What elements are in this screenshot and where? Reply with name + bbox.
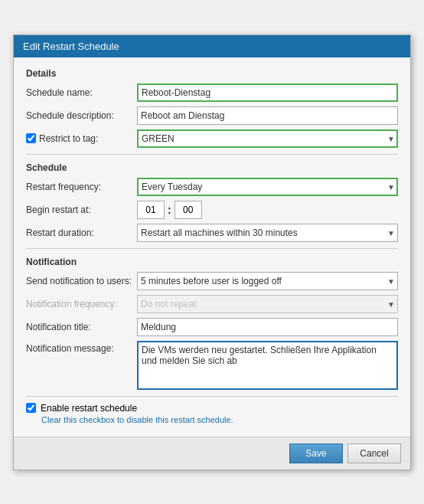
schedule-name-label: Schedule name: — [26, 87, 137, 98]
enable-restart-label[interactable]: Enable restart schedule — [41, 403, 137, 414]
schedule-description-input[interactable] — [137, 106, 398, 125]
notification-message-label: Notification message: — [26, 341, 137, 354]
save-button[interactable]: Save — [289, 443, 343, 463]
begin-restart-minute-input[interactable] — [174, 201, 202, 219]
begin-restart-at-group: Begin restart at: : — [26, 201, 398, 219]
restart-duration-select[interactable]: Restart all machines within 30 minutes R… — [137, 224, 398, 242]
send-notification-label: Send notification to users: — [26, 276, 137, 286]
notification-frequency-select[interactable]: Do not repeat Repeat every 5 minutes Rep… — [137, 295, 398, 313]
notification-frequency-select-wrapper: Do not repeat Repeat every 5 minutes Rep… — [137, 295, 398, 313]
time-separator: : — [168, 204, 171, 216]
dialog-title: Edit Restart Schedule — [23, 41, 119, 52]
restart-frequency-select-wrapper: Every Tuesday Every Monday Every Wednesd… — [137, 178, 398, 196]
restart-frequency-label: Restart frequency: — [26, 182, 137, 192]
restrict-to-tag-checkbox[interactable] — [26, 133, 36, 143]
dialog-button-row: Save Cancel — [14, 437, 410, 470]
begin-restart-hour-input[interactable] — [137, 201, 165, 219]
details-section-label: Details — [26, 68, 398, 79]
schedule-section-label: Schedule — [26, 162, 398, 173]
divider-1 — [26, 154, 398, 155]
restart-duration-group: Restart duration: Restart all machines w… — [26, 224, 398, 242]
notification-title-label: Notification title: — [26, 322, 137, 332]
restrict-to-tag-select[interactable]: GREEN RED BLUE YELLOW — [137, 129, 398, 148]
schedule-description-label: Schedule description: — [26, 110, 137, 121]
notification-frequency-label: Notification frequency: — [26, 299, 137, 309]
notification-message-group: Notification message: Die VMs werden neu… — [26, 341, 398, 390]
restrict-label-part: Restrict to tag: — [26, 133, 137, 144]
cancel-button[interactable]: Cancel — [347, 443, 401, 463]
restrict-to-tag-row: Restrict to tag: GREEN RED BLUE YELLOW ▼ — [26, 129, 398, 148]
divider-3 — [26, 396, 398, 397]
send-notification-select-wrapper: 5 minutes before user is logged off 10 m… — [137, 272, 398, 290]
restart-duration-select-wrapper: Restart all machines within 30 minutes R… — [137, 224, 398, 242]
divider-2 — [26, 248, 398, 249]
restrict-to-tag-label[interactable]: Restrict to tag: — [39, 133, 98, 144]
schedule-description-group: Schedule description: — [26, 106, 398, 125]
notification-title-input[interactable] — [137, 318, 398, 336]
dialog-body: Details Schedule name: Schedule descript… — [14, 57, 410, 437]
notification-frequency-group: Notification frequency: Do not repeat Re… — [26, 295, 398, 313]
begin-restart-at-label: Begin restart at: — [26, 205, 137, 215]
notification-section-label: Notification — [26, 257, 398, 267]
enable-checkbox-row: Enable restart schedule — [26, 403, 398, 414]
restart-frequency-group: Restart frequency: Every Tuesday Every M… — [26, 178, 398, 196]
notification-message-textarea[interactable]: Die VMs werden neu gestartet. Schließen … — [137, 341, 398, 390]
schedule-name-input[interactable] — [137, 83, 398, 102]
enable-restart-checkbox[interactable] — [26, 403, 36, 413]
enable-restart-row: Enable restart schedule Clear this check… — [26, 403, 398, 424]
restrict-to-tag-select-wrapper: GREEN RED BLUE YELLOW ▼ — [137, 129, 398, 148]
dialog-title-bar: Edit Restart Schedule — [14, 35, 410, 57]
schedule-name-group: Schedule name: — [26, 83, 398, 102]
send-notification-select[interactable]: 5 minutes before user is logged off 10 m… — [137, 272, 398, 290]
edit-restart-schedule-dialog: Edit Restart Schedule Details Schedule n… — [13, 34, 411, 470]
notification-title-group: Notification title: — [26, 318, 398, 336]
time-group: : — [137, 201, 202, 219]
restart-duration-label: Restart duration: — [26, 227, 137, 238]
send-notification-group: Send notification to users: 5 minutes be… — [26, 272, 398, 290]
restart-frequency-select[interactable]: Every Tuesday Every Monday Every Wednesd… — [137, 178, 398, 196]
enable-restart-subtext: Clear this checkbox to disable this rest… — [41, 415, 398, 424]
